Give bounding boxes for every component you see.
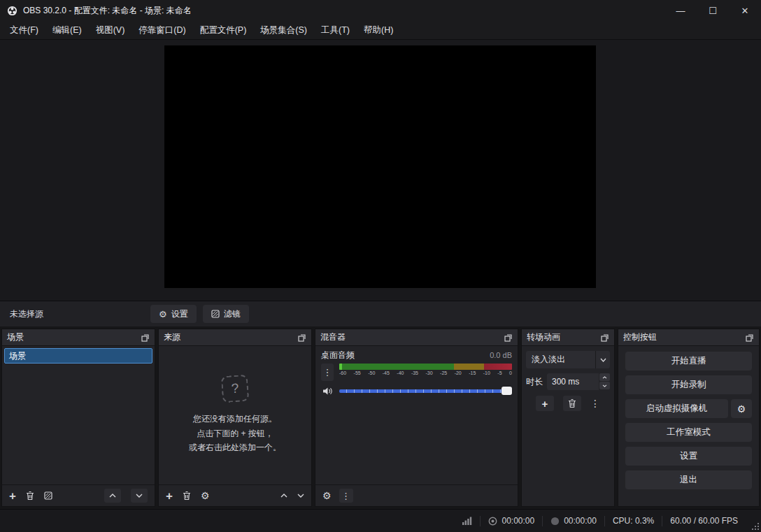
scene-move-down-button[interactable] — [131, 489, 148, 503]
add-source-button[interactable]: + — [166, 490, 173, 502]
spin-down-button[interactable] — [599, 382, 610, 389]
source-move-down-button[interactable] — [297, 494, 304, 498]
record-time: 00:00:00 — [564, 516, 597, 526]
virtual-camera-config-button[interactable]: ⚙ — [731, 399, 752, 418]
source-properties-button[interactable]: ⚙ 设置 — [150, 305, 197, 323]
mixer-menu-button[interactable]: ⋮ — [339, 489, 353, 503]
channel-menu-button[interactable]: ⋮ — [321, 364, 334, 381]
scene-list-item-selected[interactable]: 场景 — [4, 348, 152, 364]
source-properties-gear-icon[interactable]: ⚙ — [201, 490, 210, 501]
duration-spinner: 300 ms — [547, 373, 610, 390]
mixer-dock-header: 混音器 — [315, 329, 518, 346]
transitions-dock-title: 转场动画 — [527, 331, 560, 343]
dock-area: 场景 场景 + — [0, 326, 761, 509]
menu-edit[interactable]: 编辑(E) — [45, 21, 89, 39]
menu-profile[interactable]: 配置文件(P) — [193, 21, 254, 39]
volume-slider-knob[interactable] — [502, 387, 512, 395]
meter-row: ⋮ -60 -55 -50 -45 -40 -35 -30 -25 -20 -1… — [321, 364, 512, 381]
controls-body: 开始直播 开始录制 启动虚拟摄像机 ⚙ 工作室模式 设置 退出 — [618, 346, 759, 506]
question-placeholder-icon: ? — [221, 375, 250, 403]
add-scene-button[interactable]: + — [9, 490, 16, 502]
start-virtual-camera-button[interactable]: 启动虚拟摄像机 — [625, 399, 728, 418]
chevron-down-icon — [596, 358, 610, 362]
minimize-button[interactable]: — — [664, 0, 697, 21]
controls-dock: 控制按钮 开始直播 开始录制 启动虚拟摄像机 ⚙ 工作室模式 设置 退出 — [618, 329, 760, 507]
volume-slider[interactable] — [339, 386, 512, 396]
mixer-toolbar: ⚙ ⋮ — [315, 484, 518, 506]
spin-up-button[interactable] — [599, 373, 610, 381]
scene-list-area[interactable]: 场景 — [2, 346, 155, 484]
remove-scene-button[interactable] — [26, 491, 34, 501]
transitions-body: 淡入淡出 时长 300 ms — [522, 346, 614, 506]
sources-empty-line: 或者右击此处添加一个。 — [189, 440, 281, 454]
scenes-toolbar: + — [2, 484, 155, 506]
add-transition-button[interactable]: + — [536, 396, 554, 411]
virtual-camera-row: 启动虚拟摄像机 ⚙ — [625, 399, 752, 418]
record-status-icon — [550, 517, 560, 526]
sources-empty-line: 点击下面的 + 按钮， — [197, 426, 273, 440]
stream-time: 00:00:00 — [502, 516, 534, 526]
scale-tick: -60 — [339, 371, 346, 375]
start-streaming-button[interactable]: 开始直播 — [625, 352, 752, 371]
sources-toolbar: + ⚙ — [159, 484, 311, 506]
scale-tick: -15 — [469, 371, 476, 375]
popout-icon[interactable] — [141, 333, 150, 342]
popout-icon[interactable] — [298, 333, 306, 342]
source-filters-button[interactable]: 滤镜 — [203, 305, 249, 323]
source-toolbar: 未选择源 ⚙ 设置 滤镜 — [0, 301, 761, 326]
advanced-audio-gear-icon[interactable]: ⚙ — [322, 490, 332, 501]
maximize-button[interactable]: ☐ — [697, 0, 729, 21]
duration-row: 时长 300 ms — [526, 373, 610, 390]
gear-icon: ⚙ — [737, 403, 746, 415]
scenes-dock: 场景 场景 + — [1, 329, 155, 507]
duration-value[interactable]: 300 ms — [547, 373, 599, 390]
sources-empty-line: 您还没有添加任何源。 — [193, 412, 277, 426]
scale-tick: -10 — [483, 371, 490, 375]
source-toolbar-buttons: ⚙ 设置 滤镜 — [150, 305, 249, 323]
menu-view[interactable]: 视图(V) — [89, 21, 132, 39]
menu-tools[interactable]: 工具(T) — [314, 21, 357, 39]
plus-icon: + — [542, 398, 548, 409]
controls-dock-header: 控制按钮 — [618, 329, 759, 346]
close-button[interactable]: ✕ — [729, 0, 761, 21]
scale-tick: -5 — [497, 371, 502, 375]
popout-icon[interactable] — [601, 333, 609, 342]
volume-slider-track[interactable] — [339, 389, 512, 393]
popout-icon[interactable] — [504, 333, 513, 342]
scale-tick: -35 — [411, 371, 418, 375]
status-bar: 00:00:00 00:00:00 CPU: 0.3% 60.00 / 60.0… — [0, 509, 761, 532]
start-recording-button[interactable]: 开始录制 — [625, 375, 752, 394]
exit-button[interactable]: 退出 — [625, 470, 752, 489]
scene-move-up-button[interactable] — [104, 489, 121, 503]
transitions-dock: 转场动画 淡入淡出 时长 300 ms — [521, 329, 615, 507]
transition-select[interactable]: 淡入淡出 — [526, 351, 610, 368]
menu-scene-collection[interactable]: 场景集合(S) — [253, 21, 314, 39]
record-timer: 00:00:00 — [543, 516, 604, 526]
source-list-area[interactable]: ? 您还没有添加任何源。 点击下面的 + 按钮， 或者右击此处添加一个。 — [159, 346, 311, 484]
volume-meter-scale: -60 -55 -50 -45 -40 -35 -30 -25 -20 -15 … — [339, 371, 512, 375]
scale-tick: -50 — [368, 371, 375, 375]
volume-slider-row — [321, 384, 512, 397]
volume-meter: -60 -55 -50 -45 -40 -35 -30 -25 -20 -15 … — [339, 364, 512, 381]
sources-empty-state: ? 您还没有添加任何源。 点击下面的 + 按钮， 或者右击此处添加一个。 — [159, 346, 311, 484]
scene-filters-icon[interactable] — [44, 491, 52, 500]
resize-grip[interactable] — [751, 522, 760, 531]
transitions-toolbar: + ⋮ — [526, 396, 610, 411]
remove-source-button[interactable] — [183, 491, 191, 501]
menu-help[interactable]: 帮助(H) — [357, 21, 400, 39]
settings-button[interactable]: 设置 — [625, 447, 752, 466]
source-move-up-button[interactable] — [280, 494, 287, 498]
menu-file[interactable]: 文件(F) — [3, 21, 45, 39]
channel-name: 桌面音频 — [321, 350, 355, 361]
transition-select-value: 淡入淡出 — [526, 354, 595, 366]
network-status — [455, 517, 480, 525]
scale-tick: -25 — [440, 371, 447, 375]
transition-properties-button[interactable]: ⋮ — [590, 398, 600, 409]
controls-dock-title: 控制按钮 — [623, 331, 657, 343]
preview-canvas[interactable] — [164, 45, 596, 288]
remove-transition-button[interactable] — [563, 396, 581, 411]
menu-docks[interactable]: 停靠窗口(D) — [131, 21, 192, 39]
popout-icon[interactable] — [746, 333, 754, 342]
studio-mode-button[interactable]: 工作室模式 — [625, 423, 752, 442]
mute-toggle-speaker-icon[interactable] — [321, 384, 334, 397]
